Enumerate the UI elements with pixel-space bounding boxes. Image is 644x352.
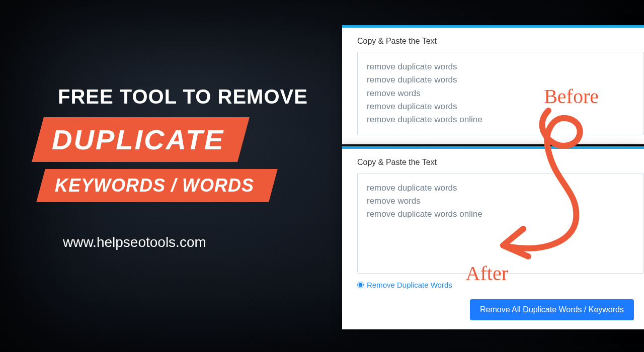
annotation-after: After xyxy=(466,261,508,285)
list-item: remove words xyxy=(367,195,634,208)
right-panel: Copy & Paste the Text remove duplicate w… xyxy=(342,25,644,347)
hero-url: www.helpseotools.com xyxy=(63,234,319,250)
remove-duplicates-button[interactable]: Remove All Duplicate Words / Keywords xyxy=(470,299,634,320)
list-item: remove duplicate words xyxy=(367,60,634,73)
hero-badge-keywords: KEYWORDS / WORDS xyxy=(36,169,278,202)
after-card: Copy & Paste the Text remove duplicate w… xyxy=(342,146,644,329)
hero-line1: FREE TOOL TO REMOVE xyxy=(58,85,319,108)
before-card-label: Copy & Paste the Text xyxy=(357,37,644,46)
after-card-label: Copy & Paste the Text xyxy=(357,158,644,167)
radio-label: Remove Duplicate Words xyxy=(367,281,452,289)
before-card: Copy & Paste the Text remove duplicate w… xyxy=(342,25,644,144)
annotation-before: Before xyxy=(544,84,599,108)
after-textarea[interactable]: remove duplicate words remove words remo… xyxy=(357,173,644,274)
list-item: remove duplicate words online xyxy=(367,208,634,221)
stage: FREE TOOL TO REMOVE DUPLICATE KEYWORDS /… xyxy=(0,0,644,352)
list-item: remove duplicate words online xyxy=(367,113,634,126)
cards: Copy & Paste the Text remove duplicate w… xyxy=(342,25,644,331)
action-row: Remove All Duplicate Words / Keywords xyxy=(357,299,644,320)
hero-badge-duplicate: DUPLICATE xyxy=(32,117,250,162)
list-item: remove duplicate words xyxy=(367,182,634,195)
before-textarea[interactable]: remove duplicate words remove duplicate … xyxy=(357,52,644,135)
hero-text: FREE TOOL TO REMOVE DUPLICATE KEYWORDS /… xyxy=(38,85,319,250)
radio-input[interactable] xyxy=(357,282,364,288)
